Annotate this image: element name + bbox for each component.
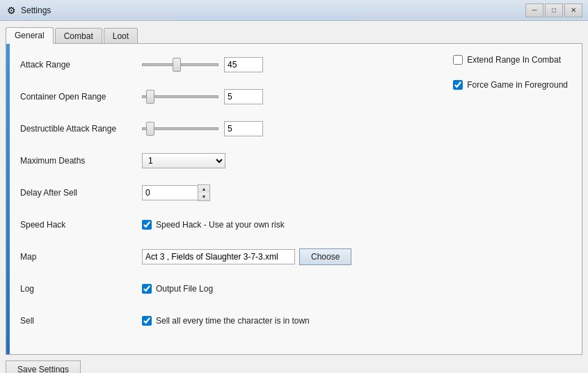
app-icon: ⚙: [6, 5, 17, 16]
maximize-button[interactable]: □: [545, 3, 563, 17]
delay-after-sell-up-button[interactable]: ▲: [198, 185, 209, 193]
log-checkbox[interactable]: [142, 284, 152, 294]
titlebar: ⚙ Settings ─ □ ✕: [0, 0, 588, 21]
accent-bar: [6, 44, 10, 354]
extend-range-label: Extend Range In Combat: [467, 55, 561, 65]
right-options: Extend Range In Combat Force Game in For…: [453, 55, 568, 90]
destructible-attack-range-slider[interactable]: [142, 127, 218, 130]
maximum-deaths-label: Maximum Deaths: [20, 156, 142, 166]
delay-after-sell-control: ▲ ▼: [142, 184, 568, 201]
sell-control: Sell all every time the character is in …: [142, 316, 568, 326]
log-checkbox-row: Output File Log: [142, 284, 213, 294]
map-input[interactable]: [142, 249, 295, 264]
container-open-range-input[interactable]: [224, 89, 263, 104]
force-foreground-checkbox[interactable]: [453, 80, 463, 90]
sell-checkbox[interactable]: [142, 316, 152, 326]
main-window: General Combat Loot Extend Range In Comb…: [0, 21, 588, 373]
map-control: Choose: [142, 248, 568, 265]
force-foreground-label: Force Game in Foreground: [467, 80, 568, 90]
sell-checkbox-label: Sell all every time the character is in …: [156, 316, 310, 326]
attack-range-label: Attack Range: [20, 60, 142, 70]
map-label: Map: [20, 252, 142, 262]
bottom-bar: Save Settings: [6, 355, 582, 373]
window-controls: ─ □ ✕: [525, 3, 582, 17]
window-title: Settings: [21, 6, 525, 15]
maximum-deaths-dropdown[interactable]: 1 2 3 4 5: [142, 153, 225, 168]
delay-after-sell-input[interactable]: [142, 185, 198, 200]
settings-panel: Extend Range In Combat Force Game in For…: [6, 43, 582, 355]
destructible-attack-range-slider-container: [142, 121, 263, 136]
attack-range-slider-container: [142, 57, 263, 72]
tab-bar: General Combat Loot: [6, 26, 582, 43]
container-open-range-slider[interactable]: [142, 95, 218, 98]
attack-range-input[interactable]: [224, 57, 263, 72]
delay-after-sell-spinner-buttons: ▲ ▼: [198, 184, 210, 201]
delay-after-sell-label: Delay After Sell: [20, 188, 142, 198]
choose-button[interactable]: Choose: [299, 248, 351, 265]
close-button[interactable]: ✕: [564, 3, 582, 17]
speed-hack-label: Speed Hack: [20, 220, 142, 230]
destructible-attack-range-control: [142, 121, 568, 136]
tab-combat[interactable]: Combat: [55, 28, 102, 44]
tab-general[interactable]: General: [6, 27, 54, 44]
sell-checkbox-row: Sell all every time the character is in …: [142, 316, 310, 326]
delay-after-sell-row: Delay After Sell ▲ ▼: [20, 183, 568, 203]
map-row: Map Choose: [20, 247, 568, 267]
maximum-deaths-control: 1 2 3 4 5: [142, 153, 568, 168]
log-control: Output File Log: [142, 284, 568, 294]
sell-label: Sell: [20, 316, 142, 326]
extend-range-checkbox[interactable]: [453, 55, 463, 65]
speed-hack-checkbox[interactable]: [142, 220, 152, 230]
speed-hack-checkbox-row: Speed Hack - Use at your own risk: [142, 220, 285, 230]
container-open-range-row: Container Open Range: [20, 87, 568, 106]
destructible-attack-range-input[interactable]: [224, 121, 263, 136]
container-open-range-control: [142, 89, 568, 104]
log-checkbox-label: Output File Log: [156, 284, 213, 294]
container-open-range-label: Container Open Range: [20, 92, 142, 102]
log-label: Log: [20, 284, 142, 294]
force-foreground-row: Force Game in Foreground: [453, 80, 568, 90]
sell-row: Sell Sell all every time the character i…: [20, 311, 568, 331]
tab-loot[interactable]: Loot: [104, 28, 138, 44]
attack-range-slider[interactable]: [142, 63, 218, 66]
container-open-range-slider-container: [142, 89, 263, 104]
speed-hack-row: Speed Hack Speed Hack - Use at your own …: [20, 215, 568, 235]
speed-hack-checkbox-label: Speed Hack - Use at your own risk: [156, 220, 285, 230]
log-row: Log Output File Log: [20, 279, 568, 299]
extend-range-row: Extend Range In Combat: [453, 55, 568, 65]
save-settings-button[interactable]: Save Settings: [6, 360, 81, 373]
minimize-button[interactable]: ─: [525, 3, 543, 17]
destructible-attack-range-label: Destructible Attack Range: [20, 124, 142, 134]
speed-hack-control: Speed Hack - Use at your own risk: [142, 220, 568, 230]
delay-after-sell-down-button[interactable]: ▼: [198, 193, 209, 200]
destructible-attack-range-row: Destructible Attack Range: [20, 119, 568, 138]
maximum-deaths-row: Maximum Deaths 1 2 3 4 5: [20, 151, 568, 170]
delay-after-sell-spinner: ▲ ▼: [142, 184, 210, 201]
